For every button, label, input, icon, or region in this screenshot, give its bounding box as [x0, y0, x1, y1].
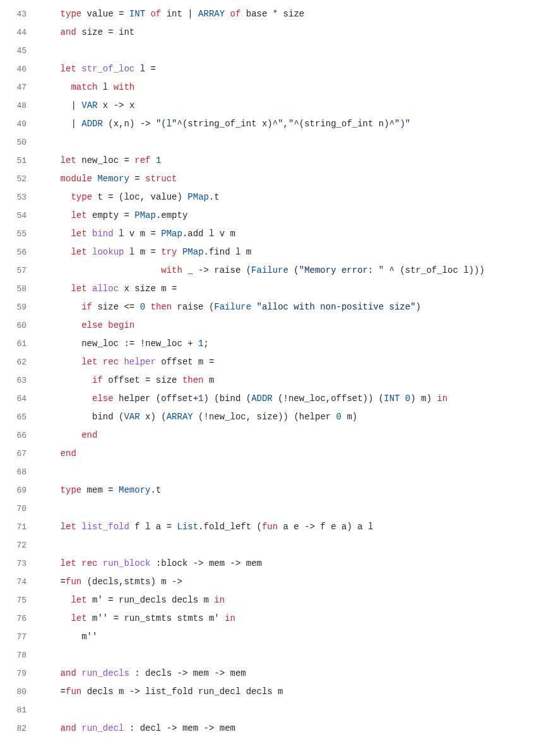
- token-kw: begin: [108, 320, 134, 330]
- line-number: 71: [0, 518, 39, 536]
- token-id: mem: [225, 668, 246, 678]
- code-content[interactable]: type t = (loc, value) PMap.t: [39, 188, 220, 207]
- code-content[interactable]: [39, 646, 61, 664]
- token-op: ->: [172, 577, 182, 587]
- token-id: [193, 339, 198, 349]
- token-id: [61, 192, 71, 202]
- token-ctor: ARRAY: [167, 412, 193, 422]
- code-content[interactable]: let str_of_loc l =: [39, 60, 156, 78]
- code-content[interactable]: [39, 536, 61, 555]
- token-id: [76, 64, 81, 74]
- token-kw: with: [161, 265, 182, 275]
- token-id: [273, 393, 278, 404]
- token-str: "alloc with non-positive size": [257, 302, 416, 312]
- code-content[interactable]: match l with: [39, 78, 134, 97]
- code-content[interactable]: [39, 463, 61, 481]
- code-content[interactable]: =fun decls m -> list_fold run_decl decls…: [39, 683, 283, 701]
- code-content[interactable]: if size <= 0 then raise (Failure "alloc …: [39, 298, 421, 316]
- code-content[interactable]: let m' = run_decls decls m in: [39, 591, 225, 609]
- code-content[interactable]: let empty = PMap.empty: [39, 207, 187, 225]
- code-content[interactable]: and run_decl : decl -> mem -> mem: [39, 719, 235, 738]
- code-content[interactable]: end: [39, 426, 97, 445]
- token-op: :: [129, 723, 134, 733]
- token-op: ): [426, 393, 431, 404]
- line-number: 56: [0, 243, 39, 261]
- code-content[interactable]: module Memory = struct: [39, 170, 177, 188]
- code-content[interactable]: let rec helper offset m =: [39, 353, 214, 371]
- token-op: (!: [278, 393, 288, 404]
- token-kw: if: [81, 302, 92, 312]
- code-line: 59 if size <= 0 then raise (Failure "all…: [0, 298, 551, 316]
- code-content[interactable]: let new_loc = ref 1: [39, 152, 161, 170]
- code-content[interactable]: | VAR x -> x: [39, 97, 134, 115]
- token-id: [87, 229, 92, 239]
- code-content[interactable]: m'': [39, 628, 97, 646]
- token-op: ^: [389, 265, 394, 275]
- code-content[interactable]: bind (VAR x) (ARRAY (!new_loc, size)) (h…: [39, 408, 357, 426]
- token-op: )^: [384, 119, 394, 129]
- token-op: (: [87, 577, 92, 587]
- line-number: 46: [0, 60, 39, 78]
- line-number: 61: [0, 335, 39, 353]
- code-line: 56 let lookup l m = try PMap.find l m: [0, 243, 551, 261]
- code-content[interactable]: =fun (decls,stmts) m ->: [39, 573, 182, 591]
- token-op: ->: [167, 723, 177, 733]
- token-id: [129, 668, 134, 678]
- code-content[interactable]: let bind l v m = PMap.add l v m: [39, 225, 235, 243]
- token-kw: let: [61, 558, 76, 568]
- token-op: ^(: [177, 119, 188, 129]
- token-id: f l a: [129, 522, 167, 532]
- token-id: [76, 558, 81, 568]
- token-id: [193, 412, 198, 422]
- code-line: 43 type value = INT of int | ARRAY of ba…: [0, 5, 551, 23]
- token-id: size: [251, 412, 278, 422]
- token-kw: module: [61, 174, 92, 184]
- code-line: 72: [0, 536, 551, 555]
- code-content[interactable]: let list_fold f l a = List.fold_left (fu…: [39, 518, 373, 536]
- code-content[interactable]: if offset = size then m: [39, 371, 214, 390]
- token-id: a e: [278, 522, 304, 532]
- code-content[interactable]: [39, 500, 61, 518]
- token-id: size: [278, 9, 304, 19]
- token-ctor: VAR: [124, 412, 139, 422]
- code-content[interactable]: else begin: [39, 316, 134, 335]
- code-content[interactable]: [39, 42, 61, 60]
- code-container: 43 type value = INT of int | ARRAY of ba…: [0, 0, 551, 738]
- code-content[interactable]: | ADDR (x,n) -> "(l"^(string_of_int x)^"…: [39, 115, 410, 133]
- code-content[interactable]: and size = int: [39, 23, 134, 42]
- code-content[interactable]: else helper (offset+1) (bind (ADDR (!new…: [39, 390, 447, 408]
- token-id: x: [97, 100, 113, 111]
- token-id: string_of_int x: [187, 119, 267, 129]
- token-op: =: [108, 485, 113, 495]
- code-content[interactable]: type mem = Memory.t: [39, 481, 161, 500]
- code-content[interactable]: end: [39, 445, 76, 463]
- code-content[interactable]: with _ -> raise (Failure ("Memory error:…: [39, 261, 485, 280]
- token-id: m: [341, 412, 352, 422]
- code-content[interactable]: and run_decls : decls -> mem -> mem: [39, 664, 246, 683]
- token-op: (: [257, 522, 262, 532]
- token-op: ): [204, 393, 209, 404]
- token-id: offset m: [156, 357, 209, 367]
- token-id: m': [87, 595, 109, 605]
- token-op: ->: [193, 558, 204, 568]
- code-content[interactable]: [39, 701, 61, 719]
- token-id: [251, 302, 256, 312]
- code-content[interactable]: let alloc x size m =: [39, 280, 177, 298]
- token-id: mem: [204, 558, 230, 568]
- token-op: (!: [198, 412, 209, 422]
- token-id: block: [161, 558, 193, 568]
- token-op: =: [124, 155, 129, 165]
- token-op: (: [293, 412, 299, 422]
- code-content[interactable]: [39, 133, 61, 152]
- token-id: [124, 9, 129, 19]
- code-content[interactable]: type value = INT of int | ARRAY of base …: [39, 5, 304, 23]
- code-content[interactable]: let lookup l m = try PMap.find l m: [39, 243, 251, 261]
- token-mod: PMap: [161, 229, 182, 239]
- code-content[interactable]: let rec run_block :block -> mem -> mem: [39, 555, 262, 573]
- token-op: (: [246, 393, 251, 404]
- code-content[interactable]: new_loc := !new_loc + 1;: [39, 335, 209, 353]
- token-ctor: INT: [384, 393, 400, 404]
- token-fn: lookup: [92, 247, 124, 257]
- line-number: 45: [0, 42, 39, 60]
- code-content[interactable]: let m'' = run_stmts stmts m' in: [39, 609, 235, 628]
